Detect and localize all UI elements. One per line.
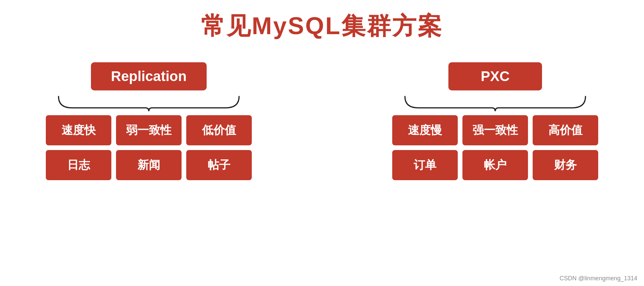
item-posts: 帖子 bbox=[186, 150, 252, 180]
pxc-label: PXC bbox=[448, 62, 542, 90]
cluster-pxc: PXC 速度慢 强一致性 高价值 订单 帐户 财务 bbox=[392, 62, 598, 180]
pxc-items-grid: 速度慢 强一致性 高价值 订单 帐户 财务 bbox=[392, 115, 598, 180]
item-finance: 财务 bbox=[533, 150, 598, 180]
item-news: 新闻 bbox=[116, 150, 182, 180]
item-weak-consistency: 弱一致性 bbox=[116, 115, 182, 145]
main-title: 常见MySQL集群方案 bbox=[201, 10, 443, 42]
pxc-brace bbox=[392, 93, 598, 111]
replication-label: Replication bbox=[91, 62, 207, 90]
item-low-value: 低价值 bbox=[186, 115, 252, 145]
page-container: 常见MySQL集群方案 Replication 速度快 弱一致性 低价值 日志 … bbox=[0, 0, 644, 286]
item-strong-consistency: 强一致性 bbox=[462, 115, 528, 145]
clusters-row: Replication 速度快 弱一致性 低价值 日志 新闻 帖子 PXC bbox=[0, 62, 644, 180]
item-orders: 订单 bbox=[392, 150, 458, 180]
item-speed-slow: 速度慢 bbox=[392, 115, 458, 145]
item-accounts: 帐户 bbox=[462, 150, 528, 180]
item-speed-fast: 速度快 bbox=[46, 115, 111, 145]
replication-brace bbox=[46, 93, 252, 111]
cluster-replication: Replication 速度快 弱一致性 低价值 日志 新闻 帖子 bbox=[46, 62, 252, 180]
replication-items-grid: 速度快 弱一致性 低价值 日志 新闻 帖子 bbox=[46, 115, 252, 180]
item-high-value: 高价值 bbox=[533, 115, 598, 145]
watermark: CSDN @linmengmeng_1314 bbox=[560, 275, 637, 282]
item-logs: 日志 bbox=[46, 150, 111, 180]
